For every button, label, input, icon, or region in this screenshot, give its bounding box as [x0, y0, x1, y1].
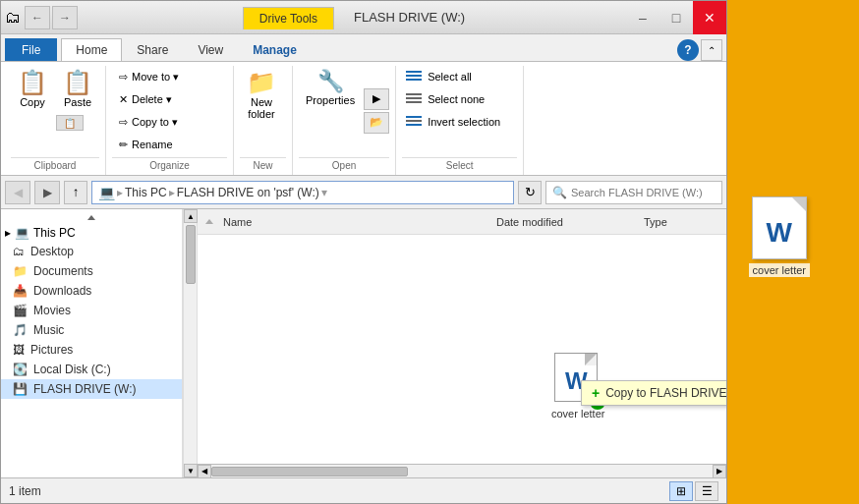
copy-to-icon: ⇨ [119, 116, 128, 129]
h-scroll-right[interactable]: ▶ [713, 465, 726, 478]
flash-drive-icon: 💾 [13, 382, 28, 396]
downloads-icon: 📥 [13, 284, 28, 298]
status-count: 1 item [9, 484, 41, 498]
fold-corner [792, 197, 806, 211]
col-type-header[interactable]: Type [640, 216, 718, 228]
organize-label: Organize [112, 157, 227, 171]
clipboard-extra: 📋 [56, 115, 84, 131]
copy-to-button[interactable]: ⇨ Copy to ▾ [112, 111, 227, 133]
sidebar-scroll-thumb[interactable] [186, 225, 196, 284]
rename-button[interactable]: ✏ Rename [112, 134, 227, 155]
sidebar-item-local-disk[interactable]: 💽 Local Disk (C:) [1, 360, 182, 379]
tab-manage[interactable]: Manage [238, 38, 312, 61]
ribbon-tabs: File Home Share View Manage ? ⌃ [1, 34, 726, 62]
movies-icon: 🎬 [13, 304, 28, 317]
music-icon: 🎵 [13, 323, 28, 337]
window-icon: 🗂 [5, 9, 21, 27]
forward-button[interactable]: → [52, 6, 78, 29]
up-button[interactable]: ↑ [64, 181, 87, 204]
sidebar-item-music[interactable]: 🎵 Music [1, 320, 182, 340]
invert-selection-button[interactable]: Invert selection [402, 111, 517, 133]
copy-icon: 📋 [18, 71, 47, 94]
sidebar-scrollbar: ▲ ▼ [183, 209, 197, 477]
address-bar: ◀ ▶ ↑ 💻 ▸ This PC ▸ FLASH DRIVE on 'psf'… [1, 176, 726, 209]
sidebar-item-pictures[interactable]: 🖼 Pictures [1, 340, 182, 360]
sidebar-item-documents[interactable]: 📁 Documents [1, 261, 182, 281]
sidebar-item-downloads[interactable]: 📥 Downloads [1, 281, 182, 301]
properties-icon: 🔧 [317, 71, 344, 92]
delete-icon: ✕ [119, 93, 128, 106]
tab-share[interactable]: Share [122, 38, 183, 61]
sidebar-scroll-up-arrow[interactable]: ▲ [184, 209, 198, 223]
status-bar: 1 item ⊞ ☰ [1, 477, 726, 503]
open-extra-1[interactable]: ▶ [364, 88, 389, 110]
list-view-button[interactable]: ☰ [695, 481, 718, 501]
sidebar-item-flash-drive[interactable]: 💾 FLASH DRIVE (W:) [1, 379, 182, 399]
desktop-file-label: cover letter [749, 263, 810, 277]
refresh-button[interactable]: ↻ [518, 181, 542, 204]
this-pc-label: This PC [33, 226, 76, 240]
tooltip-text: Copy to FLASH DRIVE (W:) [605, 386, 726, 400]
pictures-icon: 🖼 [13, 343, 25, 357]
h-scroll-thumb[interactable] [211, 467, 408, 476]
search-icon: 🔍 [552, 186, 567, 199]
desktop-icon: 🗂 [13, 245, 25, 258]
sidebar-item-desktop[interactable]: 🗂 Desktop [1, 242, 182, 261]
word-doc-desktop: W [752, 196, 807, 259]
minimize-button[interactable]: – [626, 1, 659, 34]
open-extra-2[interactable]: 📂 [364, 112, 389, 134]
sidebar-item-movies[interactable]: 🎬 Movies [1, 301, 182, 320]
documents-icon: 📁 [13, 264, 28, 278]
sidebar-scroll-up[interactable] [1, 213, 182, 222]
this-pc-expand-icon: ▸ [5, 226, 11, 240]
sidebar-item-this-pc[interactable]: ▸ 💻 This PC [1, 222, 182, 242]
select-all-icon [406, 71, 422, 83]
details-view-button[interactable]: ⊞ [669, 481, 693, 501]
tab-home[interactable]: Home [61, 38, 122, 61]
ribbon-collapse-button[interactable]: ⌃ [701, 39, 722, 61]
copy-button[interactable]: 📋 Copy [11, 66, 54, 155]
delete-button[interactable]: ✕ Delete ▾ [112, 88, 227, 110]
select-none-icon [406, 93, 422, 105]
rename-icon: ✏ [119, 139, 128, 151]
sidebar: ▸ 💻 This PC 🗂 Desktop 📁 Documents 📥 Down… [1, 209, 183, 477]
tab-view[interactable]: View [183, 38, 238, 61]
file-list-content: W + cover letter + Copy to FLASH DRIVE (… [198, 235, 726, 464]
back-button[interactable]: ← [25, 6, 50, 29]
view-buttons: ⊞ ☰ [669, 481, 718, 501]
paste-button[interactable]: 📋 Paste [56, 66, 99, 113]
pc-icon: 💻 [98, 185, 115, 200]
horizontal-scrollbar: ◀ ▶ [198, 464, 726, 477]
select-group: Select all Select none Invert selection [396, 66, 524, 175]
new-group: 📁 New folder New [234, 66, 293, 175]
maximize-button[interactable]: □ [659, 1, 693, 34]
col-date-header[interactable]: Date modified [492, 216, 640, 228]
tab-file[interactable]: File [5, 38, 57, 61]
h-scroll-left[interactable]: ◀ [198, 465, 211, 478]
tooltip-plus-icon: + [592, 385, 600, 401]
forward-nav-button[interactable]: ▶ [34, 181, 60, 204]
properties-button[interactable]: 🔧 Properties [299, 66, 362, 155]
search-bar[interactable]: 🔍 [545, 181, 722, 204]
new-folder-button[interactable]: 📁 New folder [240, 66, 283, 155]
this-pc-icon: 💻 [15, 226, 29, 240]
select-all-button[interactable]: Select all [402, 66, 517, 87]
sidebar-scroll-down-arrow[interactable]: ▼ [184, 464, 198, 477]
address-path[interactable]: 💻 ▸ This PC ▸ FLASH DRIVE on 'psf' (W:) … [91, 181, 514, 204]
paste-icon: 📋 [63, 71, 92, 94]
ribbon-help-button[interactable]: ? [677, 39, 699, 61]
w-letter: W [767, 217, 792, 249]
file-list-header: Name Date modified Type [198, 209, 726, 235]
search-input[interactable] [571, 187, 716, 198]
open-group: 🔧 Properties ▶ 📂 Open [293, 66, 396, 175]
close-button[interactable]: ✕ [693, 1, 726, 34]
back-nav-button[interactable]: ◀ [5, 181, 30, 204]
select-none-button[interactable]: Select none [402, 88, 517, 110]
drive-tools-tab[interactable]: Drive Tools [243, 7, 334, 29]
invert-icon [406, 116, 422, 128]
move-to-button[interactable]: ⇨ Move to ▾ [112, 66, 227, 87]
desktop-cover-letter-icon[interactable]: W cover letter [749, 196, 810, 277]
col-name-header[interactable]: Name [219, 216, 492, 228]
open-label: Open [299, 157, 389, 171]
content-area: ▸ 💻 This PC 🗂 Desktop 📁 Documents 📥 Down… [1, 209, 726, 477]
